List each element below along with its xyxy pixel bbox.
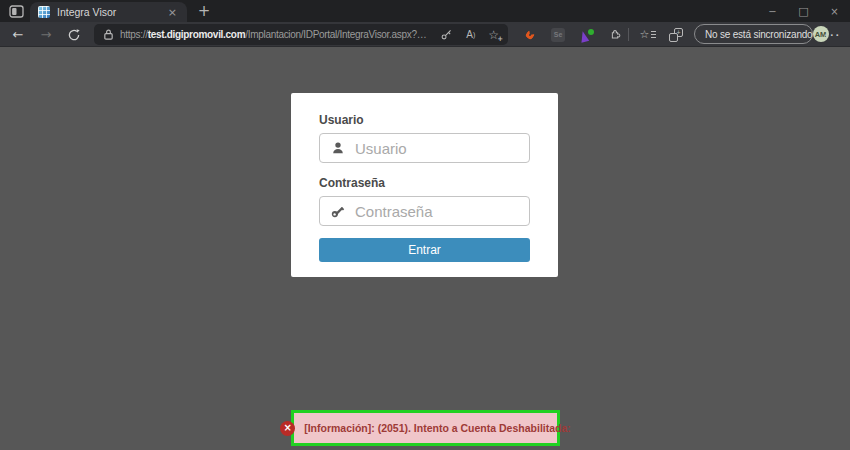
browser-tab[interactable]: Integra Visor ×	[30, 2, 187, 22]
tab-favicon-icon	[38, 6, 50, 18]
sync-status: No se está sincronizando	[705, 29, 813, 40]
maximize-button[interactable]: □	[788, 0, 819, 22]
extension-purple-green-icon[interactable]	[576, 22, 598, 47]
back-button[interactable]: ←	[6, 22, 30, 47]
favorite-star-plus: +	[497, 36, 503, 43]
favorite-star-icon[interactable]: ☆+	[488, 29, 499, 41]
username-field-wrap	[319, 133, 530, 163]
password-label: Contraseña	[319, 176, 530, 190]
password-key-icon[interactable]	[440, 28, 453, 41]
forward-button[interactable]: →	[34, 22, 58, 47]
tab-title: Integra Visor	[57, 6, 166, 18]
url-path: /Implantacion/IDPortal/IntegraVisor.aspx…	[245, 29, 427, 40]
sync-profile-button[interactable]: No se está sincronizando AM	[694, 24, 813, 44]
error-icon: ×	[280, 421, 295, 436]
extension-orange-icon[interactable]	[519, 22, 541, 47]
minimize-button[interactable]: −	[757, 0, 788, 22]
url-scheme: https://	[120, 29, 148, 40]
favorites-bar-icon[interactable]: ☆	[636, 22, 660, 47]
close-button[interactable]: ×	[819, 0, 850, 22]
new-tab-button[interactable]: +	[195, 2, 213, 20]
login-card: Usuario Contraseña Entrar	[291, 93, 558, 277]
tab-close-icon[interactable]: ×	[166, 7, 179, 18]
collections-icon[interactable]: +	[664, 22, 688, 47]
extension-se-icon[interactable]: Se	[547, 22, 569, 47]
key-icon	[330, 203, 346, 219]
password-input[interactable]	[355, 203, 519, 220]
error-message: [Información]: (2051). Intento a Cuenta …	[304, 422, 571, 434]
refresh-button[interactable]	[62, 22, 86, 47]
username-label: Usuario	[319, 113, 530, 127]
window-controls: − □ ×	[757, 0, 850, 22]
settings-menu-icon[interactable]: ···	[820, 22, 846, 47]
lock-icon	[103, 28, 114, 41]
toolbar-divider	[628, 22, 629, 47]
page-background: Usuario Contraseña Entrar × [Información…	[0, 48, 850, 450]
tab-actions-menu-icon[interactable]	[8, 4, 24, 18]
url-domain: test.digipromovil.com	[148, 29, 246, 40]
address-bar[interactable]: https://test.digipromovil.com/Implantaci…	[94, 24, 508, 45]
username-input[interactable]	[355, 140, 519, 157]
browser-titlebar: Integra Visor × + − □ ×	[0, 0, 850, 22]
browser-toolbar: ← → https://test.digipromovil.com/Implan…	[0, 22, 850, 47]
error-toast-highlighted: × [Información]: (2051). Intento a Cuent…	[291, 410, 560, 446]
read-aloud-icon[interactable]: A)	[466, 29, 475, 40]
password-field-wrap	[319, 196, 530, 226]
login-submit-button[interactable]: Entrar	[319, 238, 530, 262]
extensions-puzzle-icon[interactable]	[604, 22, 626, 47]
url-text: https://test.digipromovil.com/Implantaci…	[120, 29, 427, 40]
user-icon	[330, 140, 346, 156]
